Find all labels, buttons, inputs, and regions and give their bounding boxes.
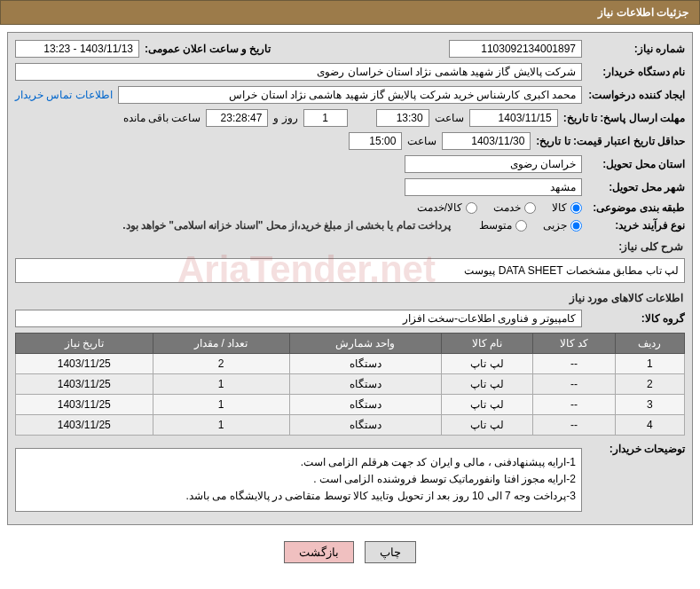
response-deadline-label: مهلت ارسال پاسخ: تا تاریخ: xyxy=(563,112,685,124)
header-title: جزئیات اطلاعات نیاز xyxy=(598,6,688,19)
announce-dt-value: 1403/11/13 - 13:23 xyxy=(15,40,139,58)
cell-code: -- xyxy=(533,415,615,436)
payment-note: پرداخت تمام یا بخشی از مبلغ خرید،از محل … xyxy=(122,219,451,232)
cell-unit: دستگاه xyxy=(289,354,441,374)
buyer-org-label: نام دستگاه خریدار: xyxy=(587,66,685,78)
cell-code: -- xyxy=(533,395,615,415)
th-name: نام کالا xyxy=(441,334,533,354)
hour-label-1: ساعت xyxy=(435,112,464,124)
print-button[interactable]: چاپ xyxy=(365,541,416,563)
buyer-notes-label: توضیحات خریدار: xyxy=(587,443,685,455)
radio-medium-input[interactable] xyxy=(515,220,527,232)
cell-unit: دستگاه xyxy=(289,395,441,415)
goods-group-value: کامپیوتر و فناوری اطلاعات-سخت افزار xyxy=(15,310,582,327)
radio-goods-label: کالا xyxy=(552,201,567,214)
general-desc-value: لپ تاب مطابق مشخصات DATA SHEET پیوست xyxy=(15,258,685,283)
remaining-days-value: 1 xyxy=(303,109,348,127)
purchase-type-radios: جزیی متوسط xyxy=(479,219,582,232)
requester-label: ایجاد کننده درخواست: xyxy=(587,89,685,101)
radio-both-input[interactable] xyxy=(466,202,477,214)
note-2: 2-ارایه مجوز افتا وانفورماتیک توسط فروشن… xyxy=(21,471,576,488)
cell-name: لپ تاپ xyxy=(441,395,533,415)
radio-service-input[interactable] xyxy=(524,202,536,214)
th-row: ردیف xyxy=(615,334,684,354)
cell-date: 1403/11/25 xyxy=(16,354,153,374)
table-row: 3--لپ تاپدستگاه11403/11/25 xyxy=(16,395,685,415)
radio-both[interactable]: کالا/خدمت xyxy=(417,201,477,214)
province-label: استان محل تحویل: xyxy=(587,158,685,170)
city-value: مشهد xyxy=(405,178,582,196)
note-3: 3-پرداخت وجه 7 الی 10 روز بعد از تحویل و… xyxy=(21,488,576,505)
validity-time-value: 15:00 xyxy=(349,132,402,150)
province-value: خراسان رضوی xyxy=(405,155,582,173)
response-time-value: 13:30 xyxy=(376,109,429,127)
radio-goods-input[interactable] xyxy=(570,202,582,214)
goods-group-label: گروه کالا: xyxy=(587,312,685,325)
cell-row: 2 xyxy=(615,374,684,395)
radio-service-label: خدمت xyxy=(493,201,521,214)
cell-name: لپ تاپ xyxy=(441,374,533,395)
cell-date: 1403/11/25 xyxy=(16,374,153,395)
th-code: کد کالا xyxy=(533,334,615,354)
cell-unit: دستگاه xyxy=(289,415,441,436)
th-qty: تعداد / مقدار xyxy=(153,334,289,354)
cell-unit: دستگاه xyxy=(289,374,441,395)
radio-medium[interactable]: متوسط xyxy=(479,219,527,232)
days-and-label: روز و xyxy=(273,112,297,124)
button-row: چاپ بازگشت xyxy=(0,532,700,572)
page-header: جزئیات اطلاعات نیاز xyxy=(0,0,700,25)
radio-both-label: کالا/خدمت xyxy=(417,201,462,214)
purchase-type-label: نوع فرآیند خرید: xyxy=(587,219,685,232)
cell-name: لپ تاپ xyxy=(441,415,533,436)
hour-label-2: ساعت xyxy=(407,135,437,147)
remaining-label: ساعت باقی مانده xyxy=(123,112,201,124)
cell-row: 1 xyxy=(615,354,684,374)
category-label: طبقه بندی موضوعی: xyxy=(587,201,685,214)
radio-partial-input[interactable] xyxy=(570,220,582,232)
radio-partial-label: جزیی xyxy=(543,219,567,232)
contact-link[interactable]: اطلاعات تماس خریدار xyxy=(15,89,113,101)
requester-value: محمد اکبری کارشناس خرید شرکت پالایش گاز … xyxy=(118,86,582,104)
cell-date: 1403/11/25 xyxy=(16,415,153,436)
note-1: 1-ارایه پیشنهادفنی ، مالی و ایران کد جهت… xyxy=(21,454,576,471)
th-unit: واحد شمارش xyxy=(289,334,441,354)
cell-row: 4 xyxy=(615,415,684,436)
announce-dt-label: تاریخ و ساعت اعلان عمومی: xyxy=(145,43,271,55)
need-no-value: 1103092134001897 xyxy=(449,40,582,58)
radio-service[interactable]: خدمت xyxy=(493,201,536,214)
details-panel: شماره نیاز: 1103092134001897 تاریخ و ساع… xyxy=(7,32,693,525)
radio-medium-label: متوسط xyxy=(479,219,512,232)
city-label: شهر محل تحویل: xyxy=(587,181,685,193)
cell-code: -- xyxy=(533,354,615,374)
cell-qty: 2 xyxy=(153,354,289,374)
th-date: تاریخ نیاز xyxy=(16,334,153,354)
table-row: 4--لپ تاپدستگاه11403/11/25 xyxy=(16,415,685,436)
cell-name: لپ تاپ xyxy=(441,354,533,374)
cell-qty: 1 xyxy=(153,374,289,395)
price-validity-label: حداقل تاریخ اعتبار قیمت: تا تاریخ: xyxy=(536,135,685,147)
validity-date-value: 1403/11/30 xyxy=(442,132,531,150)
buyer-org-value: شرکت پالایش گاز شهید هاشمی نژاد استان خر… xyxy=(15,63,582,81)
goods-info-title: اطلاعات کالاهای مورد نیاز xyxy=(17,292,683,304)
remaining-time-value: 23:28:47 xyxy=(206,109,268,127)
response-date-value: 1403/11/15 xyxy=(469,109,558,127)
radio-partial[interactable]: جزیی xyxy=(543,219,582,232)
table-row: 2--لپ تاپدستگاه11403/11/25 xyxy=(16,374,685,395)
cell-qty: 1 xyxy=(153,415,289,436)
table-row: 1--لپ تاپدستگاه21403/11/25 xyxy=(16,354,685,374)
category-radios: کالا خدمت کالا/خدمت xyxy=(417,201,582,214)
buyer-notes-box: 1-ارایه پیشنهادفنی ، مالی و ایران کد جهت… xyxy=(15,448,582,512)
cell-row: 3 xyxy=(615,395,684,415)
general-desc-label: شرح کلی نیاز: xyxy=(17,240,683,253)
back-button[interactable]: بازگشت xyxy=(284,541,354,563)
cell-code: -- xyxy=(533,374,615,395)
radio-goods[interactable]: کالا xyxy=(552,201,582,214)
goods-table: ردیف کد کالا نام کالا واحد شمارش تعداد /… xyxy=(15,333,685,436)
cell-date: 1403/11/25 xyxy=(16,395,153,415)
need-no-label: شماره نیاز: xyxy=(587,43,685,55)
cell-qty: 1 xyxy=(153,395,289,415)
